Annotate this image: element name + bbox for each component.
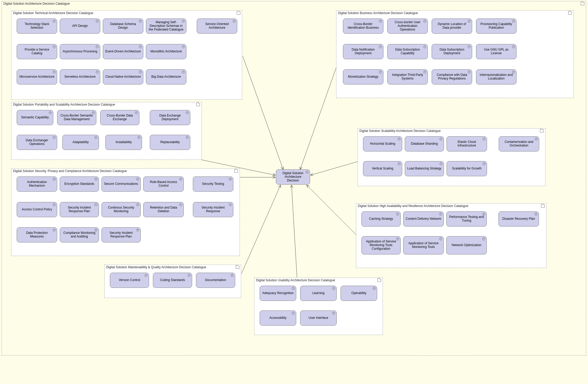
node-db-sharding[interactable]: +Database Sharding <box>405 136 444 151</box>
plus-icon[interactable]: + <box>423 20 426 23</box>
plus-icon[interactable]: + <box>53 229 56 231</box>
node-prov-cap[interactable]: +Provisioning Capability Publication <box>476 19 516 34</box>
node-async[interactable]: +Asynchronous Procesing <box>60 44 100 59</box>
plus-icon[interactable]: + <box>306 171 308 174</box>
node-monolithic[interactable]: +Monolithic Architecture <box>146 44 186 59</box>
plus-icon[interactable]: + <box>53 203 56 206</box>
plus-icon[interactable]: + <box>53 178 56 181</box>
node-soa[interactable]: +Service-Oriented Architecture <box>197 19 237 34</box>
node-privacy-compl[interactable]: +Compliance with Data Privacy Regulation… <box>432 69 472 84</box>
node-data-protect[interactable]: +Data Protection Measures <box>17 227 57 242</box>
node-sirp-2[interactable]: +Security Incident Response Plan <box>102 227 141 242</box>
plus-icon[interactable]: + <box>379 20 382 23</box>
node-access-policy[interactable]: +Access Control Policy <box>17 202 57 217</box>
node-monetization[interactable]: +Monetization Strategy <box>343 69 383 84</box>
node-auth-mech[interactable]: +Authentication Mechanism <box>17 176 57 192</box>
node-cb-data-exchange[interactable]: +Cross-Border Data Exchange <box>100 110 139 125</box>
node-tech-stack[interactable]: +Technology Stack Selection <box>17 19 57 34</box>
node-cdn[interactable]: +Content Delivery Network <box>403 211 444 227</box>
node-sec-testing[interactable]: +Security Testing <box>193 176 233 192</box>
node-3rd-party[interactable]: +Integration Thrid-Party Systems <box>387 69 428 84</box>
node-operability[interactable]: +Operability <box>341 286 377 301</box>
node-serverless[interactable]: +Serveless Architecture <box>60 69 100 84</box>
plus-icon[interactable]: + <box>139 20 142 23</box>
plus-icon[interactable]: + <box>179 203 182 206</box>
plus-icon[interactable]: + <box>468 20 471 23</box>
plus-icon[interactable]: + <box>439 237 442 240</box>
plus-icon[interactable]: + <box>186 111 189 114</box>
node-learning[interactable]: +Learning <box>300 286 337 301</box>
node-load-balance[interactable]: +Load Balancing Strategy <box>405 161 444 176</box>
plus-icon[interactable]: + <box>423 45 426 48</box>
plus-icon[interactable]: + <box>535 138 538 141</box>
node-retention[interactable]: +Retention and Data Deletion <box>143 202 184 217</box>
node-data-exchanger-ops[interactable]: +Data Exchanger Operations <box>17 135 57 150</box>
node-container-orch[interactable]: +Containerization and Orchestration <box>499 136 539 151</box>
plus-icon[interactable]: + <box>373 287 376 290</box>
plus-icon[interactable]: + <box>139 71 142 74</box>
plus-icon[interactable]: + <box>512 20 515 23</box>
node-event-driven[interactable]: +Event-Driven Architecture <box>103 44 143 59</box>
node-api-design[interactable]: +API Design <box>60 19 100 34</box>
plus-icon[interactable]: + <box>96 71 99 74</box>
plus-icon[interactable]: + <box>379 71 382 74</box>
plus-icon[interactable]: + <box>92 111 95 114</box>
plus-icon[interactable]: + <box>483 138 485 141</box>
plus-icon[interactable]: + <box>139 45 142 48</box>
plus-icon[interactable]: + <box>534 213 537 216</box>
node-gnu-gpl[interactable]: +Use GNU GPL as License <box>476 44 516 59</box>
node-encryption[interactable]: +Encryption Standards <box>60 176 99 192</box>
plus-icon[interactable]: + <box>379 45 382 48</box>
plus-icon[interactable]: + <box>423 71 426 74</box>
plus-icon[interactable]: + <box>186 136 189 139</box>
node-ui[interactable]: +User Interface <box>300 310 337 326</box>
node-db-schema[interactable]: +Database Schema Design <box>103 19 143 34</box>
plus-icon[interactable]: + <box>145 274 147 277</box>
plus-icon[interactable]: + <box>439 138 442 141</box>
plus-icon[interactable]: + <box>96 20 99 23</box>
node-cont-sec-mon[interactable]: +Continous Security Monitoring <box>102 202 141 217</box>
node-vert-scale[interactable]: +Vertical Scaling <box>363 161 402 176</box>
plus-icon[interactable]: + <box>396 213 399 216</box>
plus-icon[interactable]: + <box>53 136 56 139</box>
node-replaceability[interactable]: +Replaceability <box>150 135 190 150</box>
plus-icon[interactable]: + <box>136 203 139 206</box>
node-version-control[interactable]: +Version Control <box>110 273 149 288</box>
node-compliance-mon[interactable]: +Compliance Monitoring and Auditing <box>60 227 99 242</box>
center-node[interactable]: + Digital Solution Architecture Decision <box>276 169 310 185</box>
plus-icon[interactable]: + <box>396 237 399 240</box>
plus-icon[interactable]: + <box>468 71 471 74</box>
node-cb-semantic[interactable]: +Cross-Border Semantic Data Management <box>57 110 96 125</box>
plus-icon[interactable]: + <box>96 45 99 48</box>
plus-icon[interactable]: + <box>512 45 515 48</box>
plus-icon[interactable]: + <box>439 162 442 165</box>
node-accessibility[interactable]: +Accessibility <box>260 310 296 326</box>
plus-icon[interactable]: + <box>332 312 335 315</box>
plus-icon[interactable]: + <box>233 20 236 23</box>
plus-icon[interactable]: + <box>229 203 232 206</box>
node-cb-ident[interactable]: +Cross-Border Identification Business <box>343 19 383 34</box>
node-semantic-cap[interactable]: +Semantic Capability <box>17 110 53 125</box>
plus-icon[interactable]: + <box>182 20 185 23</box>
node-perf-test[interactable]: +Performance Testing and Tuning <box>446 211 487 227</box>
plus-icon[interactable]: + <box>136 229 139 231</box>
node-horiz-scale[interactable]: +Horizontal Scaling <box>363 136 402 151</box>
plus-icon[interactable]: + <box>53 71 56 74</box>
plus-icon[interactable]: + <box>483 162 485 165</box>
node-caching[interactable]: +Caching Strategy <box>361 211 401 227</box>
plus-icon[interactable]: + <box>398 162 401 165</box>
node-data-exchange-deploy[interactable]: +Data Exchange Deployment <box>150 110 190 125</box>
plus-icon[interactable]: + <box>231 274 234 277</box>
node-scale-growth[interactable]: +Scalability for Growth <box>447 161 487 176</box>
node-i18n[interactable]: +Internazionalization and Localization <box>476 69 516 84</box>
plus-icon[interactable]: + <box>94 178 97 181</box>
node-dr-plan[interactable]: +Disaster Recovery Plan <box>498 211 539 227</box>
plus-icon[interactable]: + <box>468 45 471 48</box>
plus-icon[interactable]: + <box>398 138 401 141</box>
plus-icon[interactable]: + <box>332 287 335 290</box>
plus-icon[interactable]: + <box>439 213 442 216</box>
plus-icon[interactable]: + <box>482 237 485 240</box>
node-elastic-cloud[interactable]: +Elastic Cloud Infrastructure <box>447 136 487 151</box>
node-rbac[interactable]: +Role-Based Access Control <box>143 176 184 192</box>
plus-icon[interactable]: + <box>188 274 191 277</box>
